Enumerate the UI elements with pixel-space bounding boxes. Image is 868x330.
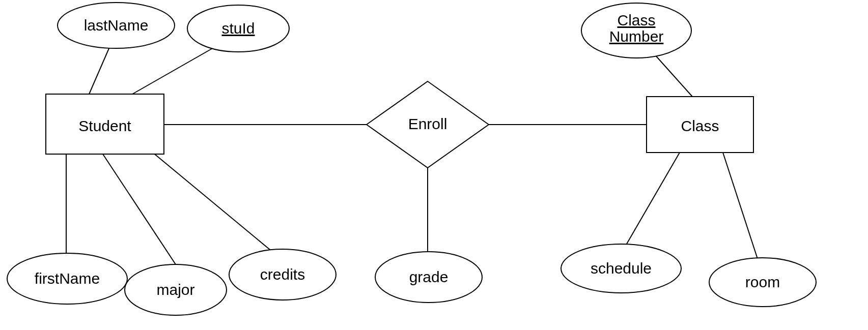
attribute-grade: grade — [375, 252, 482, 303]
entity-class-label: Class — [681, 117, 719, 134]
conn-class-room — [723, 153, 759, 262]
attribute-room-label: room — [745, 274, 780, 290]
er-diagram: Student Class Enroll lastName stuId firs… — [0, 0, 868, 330]
attribute-classnumber-label-line2: Number — [609, 28, 664, 45]
attribute-grade-label: grade — [409, 268, 449, 285]
attribute-schedule-label: schedule — [591, 260, 652, 277]
conn-class-schedule — [624, 153, 680, 249]
attribute-room: room — [709, 258, 816, 307]
conn-student-stuid — [132, 43, 221, 94]
relationship-enroll-label: Enroll — [408, 115, 447, 132]
conn-student-major — [102, 153, 176, 264]
attribute-classnumber: Class Number — [581, 3, 691, 58]
entity-class: Class — [647, 97, 753, 153]
attribute-lastname-label: lastName — [84, 17, 149, 34]
attribute-major: major — [125, 264, 227, 315]
attribute-stuid-label: stuId — [221, 20, 255, 37]
conn-student-credits — [153, 153, 272, 252]
attribute-credits: credits — [229, 249, 336, 300]
attribute-lastname: lastName — [58, 3, 175, 48]
attribute-major-label: major — [156, 281, 194, 298]
attribute-schedule: schedule — [561, 244, 681, 293]
relationship-enroll: Enroll — [367, 81, 489, 168]
attribute-stuid: stuId — [187, 5, 289, 52]
attribute-firstname-label: firstName — [35, 270, 100, 287]
attribute-firstname: firstName — [7, 253, 127, 304]
attribute-classnumber-label-line1: Class — [617, 12, 655, 28]
entity-student-label: Student — [78, 117, 131, 134]
attribute-credits-label: credits — [260, 266, 305, 283]
entity-student: Student — [46, 94, 164, 154]
